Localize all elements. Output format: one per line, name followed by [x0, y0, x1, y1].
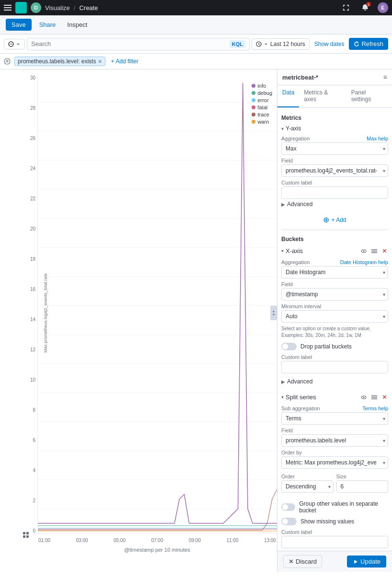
date-histogram-help-link[interactable]: Date Histogram help — [340, 259, 388, 265]
x-custom-label-input[interactable] — [281, 361, 388, 373]
filter-icon — [4, 58, 11, 65]
custom-label-label: Custom label — [281, 180, 388, 185]
refresh-button[interactable]: Refresh — [349, 38, 388, 50]
kql-badge[interactable]: KQL — [230, 40, 245, 48]
terms-help-link[interactable]: Terms help — [362, 405, 388, 411]
inspect-button[interactable]: Inspect — [63, 19, 91, 31]
update-button[interactable]: Update — [347, 556, 386, 567]
grid-icon[interactable] — [23, 532, 29, 539]
metrics-add-label: + Add — [331, 217, 346, 223]
notifications-icon[interactable]: 1 — [358, 1, 372, 14]
x-axis-eye-icon[interactable] — [360, 247, 368, 255]
buckets-section-header: Buckets — [281, 233, 388, 244]
user-avatar[interactable]: E — [378, 2, 388, 13]
chart-svg — [38, 73, 277, 533]
order-select[interactable]: Descending — [281, 480, 334, 493]
split-series-delete-icon[interactable]: ✕ — [381, 393, 388, 402]
save-button[interactable]: Save — [6, 19, 32, 31]
field-select[interactable]: prometheus.log4j2_events_total.rate — [281, 164, 388, 177]
refresh-label: Refresh — [361, 40, 383, 47]
split-series-eye-icon[interactable] — [360, 394, 368, 401]
x-axis-header: ▾ X-axis ✕ — [281, 244, 388, 257]
time-picker[interactable]: Last 12 hours — [252, 38, 310, 50]
share-button[interactable]: Share — [35, 19, 60, 31]
x-axis-reorder-icon[interactable] — [370, 247, 378, 255]
nav-separator: / — [74, 4, 76, 12]
order-label: Order — [281, 474, 334, 479]
max-help-link[interactable]: Max help — [367, 136, 388, 141]
visualize-nav-item[interactable]: Visualize — [45, 4, 70, 12]
svg-rect-2 — [4, 10, 12, 11]
split-series-subsection: ▾ Split series ✕ — [281, 391, 388, 551]
discard-button[interactable]: ✕ Discard — [283, 555, 322, 568]
tab-metrics-axes[interactable]: Metrics & axes — [299, 85, 346, 107]
split-custom-label-label: Custom label — [281, 529, 388, 535]
y-axis: 30 28 26 24 22 20 18 16 14 12 10 8 6 4 2… — [19, 73, 37, 533]
split-custom-label-input[interactable] — [281, 536, 388, 548]
drop-partial-toggle-row: Drop partial buckets — [281, 341, 388, 352]
y-axis-label-text: Y-axis — [286, 125, 301, 132]
size-input[interactable] — [336, 480, 389, 493]
drop-partial-toggle[interactable] — [281, 343, 297, 350]
y-axis-subsection: ▾ Y-axis Aggregation Max help Max ▾ Fiel… — [281, 123, 388, 209]
show-dates-button[interactable]: Show dates — [311, 39, 347, 49]
x-axis-advanced-row[interactable]: ▶ Advanced — [281, 376, 388, 387]
create-nav-item[interactable]: Create — [79, 4, 98, 12]
panel-expand-handle[interactable] — [270, 306, 277, 320]
svg-rect-35 — [371, 252, 377, 253]
split-series-header: ▾ Split series ✕ — [281, 391, 388, 404]
custom-label-input[interactable] — [281, 186, 388, 199]
panel-menu-icon[interactable]: ≡ — [383, 73, 387, 81]
y-axis-header[interactable]: ▾ Y-axis — [281, 123, 388, 134]
d-badge: D — [31, 2, 41, 13]
search-input[interactable] — [31, 40, 230, 47]
x-field-select[interactable]: @timestamp — [281, 288, 388, 301]
aggregation-select[interactable]: Max — [281, 142, 388, 155]
bottom-bar: ✕ Discard Update — [277, 551, 392, 572]
add-filter-button[interactable]: + Add filter — [109, 57, 140, 66]
panel-header: metricbeat-* ≡ — [277, 69, 392, 85]
sub-aggregation-select[interactable]: Terms — [281, 412, 388, 425]
metrics-advanced-row[interactable]: ▶ Advanced — [281, 199, 388, 209]
svg-point-25 — [273, 311, 275, 313]
x-aggregation-select[interactable]: Date Histogram — [281, 266, 388, 278]
split-series-reorder-icon[interactable] — [370, 394, 378, 401]
metrics-section-header: Metrics — [281, 112, 388, 123]
minimum-interval-select-wrap: Auto ▾ — [281, 310, 388, 323]
split-field-select[interactable]: prometheus.labels.level — [281, 434, 388, 447]
size-label: Size — [336, 474, 389, 479]
filter-text: prometheus.labels.level: exists — [18, 58, 96, 65]
group-other-toggle[interactable] — [281, 503, 295, 511]
field-label: Field — [281, 158, 388, 163]
search-input-wrap: KQL — [27, 38, 250, 50]
minimum-interval-select[interactable]: Auto — [281, 310, 388, 323]
order-select-wrap: Descending ▾ — [281, 480, 334, 493]
search-type-button[interactable] — [4, 39, 25, 49]
show-missing-label: Show missing values — [300, 518, 354, 525]
group-other-toggle-row: Group other values in separate bucket — [281, 498, 388, 516]
order-by-select[interactable]: Metric: Max prometheus.log4j2_events_... — [281, 456, 388, 469]
tab-panel-settings[interactable]: Panel settings — [346, 85, 392, 107]
size-col: Size — [336, 472, 389, 496]
aggregation-label: Aggregation Max help — [281, 136, 388, 141]
svg-point-26 — [273, 314, 275, 315]
panel-title: metricbeat-* — [282, 74, 318, 81]
minimum-interval-label: Minimum interval — [281, 303, 388, 309]
drop-partial-label: Drop partial buckets — [300, 343, 352, 350]
hamburger-icon[interactable] — [4, 4, 12, 12]
fullscreen-icon[interactable] — [339, 1, 353, 14]
filter-chip[interactable]: prometheus.labels.level: exists × — [14, 57, 105, 66]
filter-remove-icon[interactable]: × — [98, 58, 102, 65]
order-by-label: Order by — [281, 450, 388, 455]
app-logo — [15, 2, 27, 13]
tab-data[interactable]: Data — [277, 85, 299, 107]
svg-rect-1 — [4, 7, 12, 8]
right-panel: metricbeat-* ≡ Data Metrics & axes Panel… — [277, 69, 392, 572]
svg-rect-27 — [23, 532, 25, 534]
metrics-add-row[interactable]: ⊕ + Add — [281, 213, 388, 227]
x-axis: 01:00 03:00 05:00 07:00 09:00 11:00 13:0… — [37, 538, 277, 543]
x-axis-label-text: X-axis — [286, 247, 303, 255]
section-divider-1 — [281, 230, 388, 230]
show-missing-toggle[interactable] — [281, 518, 297, 525]
x-axis-delete-icon[interactable]: ✕ — [381, 246, 388, 255]
